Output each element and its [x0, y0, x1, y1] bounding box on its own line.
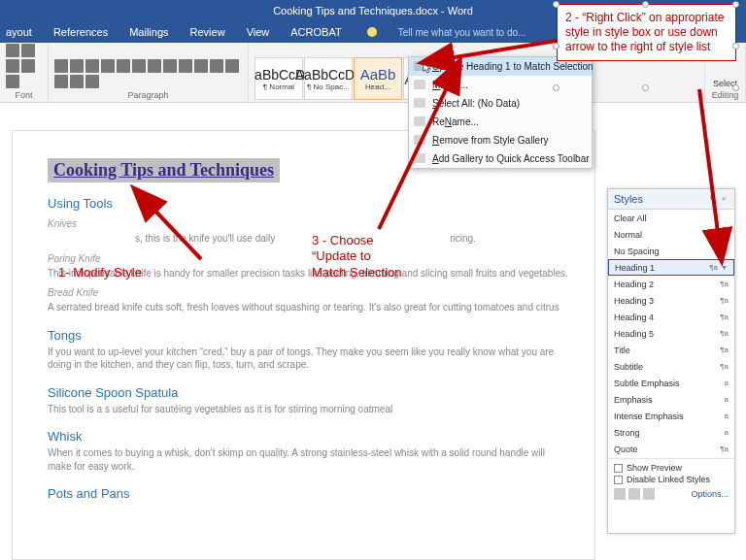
styles-list-item[interactable]: Subtitle¶a [608, 358, 734, 375]
ctx-update-to-match[interactable]: Update Heading 1 to Match Selection [409, 57, 592, 76]
tab-layout[interactable]: ayout [6, 26, 32, 38]
font-btn[interactable] [6, 75, 19, 88]
styles-list-item[interactable]: Emphasisa [608, 391, 734, 408]
doc-para: This indispensable knife is handy for sm… [48, 267, 569, 280]
styles-list-item[interactable]: Title¶a [608, 342, 734, 358]
disable-linked-checkbox[interactable]: Disable Linked Styles [614, 475, 729, 484]
document-canvas[interactable]: Cooking Tips and Techniques Using Tools … [12, 130, 595, 560]
doc-para: If you want to up-level your kitchen “cr… [48, 346, 569, 372]
font-btn[interactable] [21, 44, 35, 57]
pane-close-icon[interactable]: × [719, 194, 729, 204]
group-label-paragraph: Paragraph [54, 90, 242, 100]
lightbulb-icon [367, 27, 377, 37]
style-inspector-icon[interactable] [628, 488, 640, 500]
para-btn[interactable] [85, 75, 99, 88]
doc-h3: Knives [48, 218, 569, 229]
styles-list-item[interactable]: Subtle Emphasisa [608, 375, 734, 391]
styles-pane-header: Styles ▼× [608, 189, 734, 210]
styles-list-item[interactable]: Heading 4¶a [608, 309, 734, 325]
doc-h2: Tongs [48, 328, 569, 343]
selected-title[interactable]: Cooking Tips and Techniques [48, 158, 280, 182]
manage-styles-icon[interactable] [643, 488, 655, 500]
ribbon-tabs: ayout References Mailings Review View AC… [0, 21, 746, 43]
font-btn[interactable] [6, 59, 19, 73]
styles-list-item[interactable]: Heading 3¶a [608, 292, 734, 309]
style-context-menu: Update Heading 1 to Match Selection Modi… [408, 56, 593, 169]
doc-para: This tool is a s useful for sautéing veg… [48, 403, 569, 416]
doc-h3: Paring Knife [48, 253, 569, 264]
style-gallery-item-heading1[interactable]: AaBbHead... [354, 57, 402, 100]
ribbon: Font Paragraph AaBbCcDc¶ Normal AaBbCcDc… [0, 43, 746, 103]
ctx-rename[interactable]: ReName... [409, 113, 592, 131]
doc-para: A serrated bread knife cuts soft, fresh … [48, 301, 569, 314]
styles-list-item[interactable]: Intense Emphasisa [608, 408, 734, 424]
doc-h2: Using Tools [48, 196, 569, 211]
styles-list-item[interactable]: Normal¶ [608, 226, 734, 243]
para-btn[interactable] [54, 59, 68, 73]
new-style-icon[interactable] [614, 488, 626, 500]
tab-view[interactable]: View [247, 26, 270, 38]
options-link[interactable]: Options... [691, 489, 729, 499]
para-btn[interactable] [132, 59, 146, 73]
para-btn[interactable] [70, 59, 84, 73]
styles-list-item[interactable]: Heading 2¶a [608, 276, 734, 292]
editing-group: Select Editing [705, 43, 746, 102]
show-preview-checkbox[interactable]: Show Preview [614, 463, 729, 473]
pane-down-icon[interactable]: ▼ [707, 194, 717, 204]
para-btn[interactable] [225, 59, 239, 73]
ctx-add-qat[interactable]: Add Gallery to Quick Access Toolbar [409, 149, 592, 168]
font-group: Font [0, 43, 49, 102]
styles-pane-title: Styles [614, 193, 643, 205]
tab-review[interactable]: Review [190, 26, 225, 38]
para-btn[interactable] [179, 59, 192, 73]
ctx-select-all[interactable]: Select All: (No Data) [409, 94, 592, 113]
font-btn[interactable] [6, 44, 19, 57]
para-btn[interactable] [117, 59, 130, 73]
style-gallery-item-nospacing[interactable]: AaBbCcDc¶ No Spac... [304, 57, 353, 100]
para-btn[interactable] [85, 59, 99, 73]
ctx-remove-gallery[interactable]: Remove from Style Gallery [409, 131, 592, 149]
styles-list-item[interactable]: Stronga [608, 424, 734, 441]
paragraph-group: Paragraph [49, 43, 249, 102]
window-title: Cooking Tips and Techniques.docx - Word [273, 5, 473, 16]
styles-list-item[interactable]: Heading 5¶a [608, 325, 734, 342]
font-btn[interactable] [21, 59, 35, 73]
cursor-icon [423, 62, 432, 74]
styles-list-item[interactable]: Clear All [608, 210, 734, 226]
doc-para: s, this is the knife you'll use dailynci… [48, 232, 569, 246]
tab-mailings[interactable]: Mailings [129, 26, 168, 38]
para-btn[interactable] [101, 59, 115, 73]
para-btn[interactable] [210, 59, 223, 73]
styles-list-item[interactable]: Heading 1¶a▼ [608, 259, 734, 276]
para-btn[interactable] [70, 75, 84, 88]
tell-me-search[interactable]: Tell me what you want to do... [367, 27, 548, 38]
group-label-editing: Editing [711, 90, 739, 100]
doc-h2: Pots and Pans [48, 486, 569, 501]
chevron-down-icon[interactable]: ▼ [721, 264, 728, 271]
group-label-font: Font [6, 90, 42, 100]
ctx-modify[interactable]: Modify... [409, 76, 592, 94]
doc-h2: Silicone Spoon Spatula [48, 385, 569, 400]
styles-list-item[interactable]: No Spacing¶ [608, 243, 734, 259]
tab-acrobat[interactable]: ACROBAT [290, 26, 341, 38]
tell-me-label: Tell me what you want to do... [398, 27, 526, 38]
styles-pane-footer: Show Preview Disable Linked Styles Optio… [608, 458, 734, 504]
para-btn[interactable] [148, 59, 161, 73]
styles-list-item[interactable]: Quote¶a [608, 441, 734, 457]
para-btn[interactable] [163, 59, 177, 73]
doc-para: When it comes to buying a whisk, don't s… [48, 446, 569, 473]
styles-list[interactable]: Clear AllNormal¶No Spacing¶Heading 1¶a▼H… [608, 210, 734, 458]
para-btn[interactable] [54, 75, 68, 88]
title-bar: Cooking Tips and Techniques.docx - Word [0, 0, 746, 21]
tab-references[interactable]: References [53, 26, 108, 38]
styles-pane: Styles ▼× Clear AllNormal¶No Spacing¶Hea… [607, 188, 735, 534]
para-btn[interactable] [194, 59, 208, 73]
doc-h3: Bread Knife [48, 287, 569, 298]
doc-h2: Whisk [48, 429, 569, 444]
ctx-label: pdate Heading 1 to Match Selection [439, 61, 593, 72]
